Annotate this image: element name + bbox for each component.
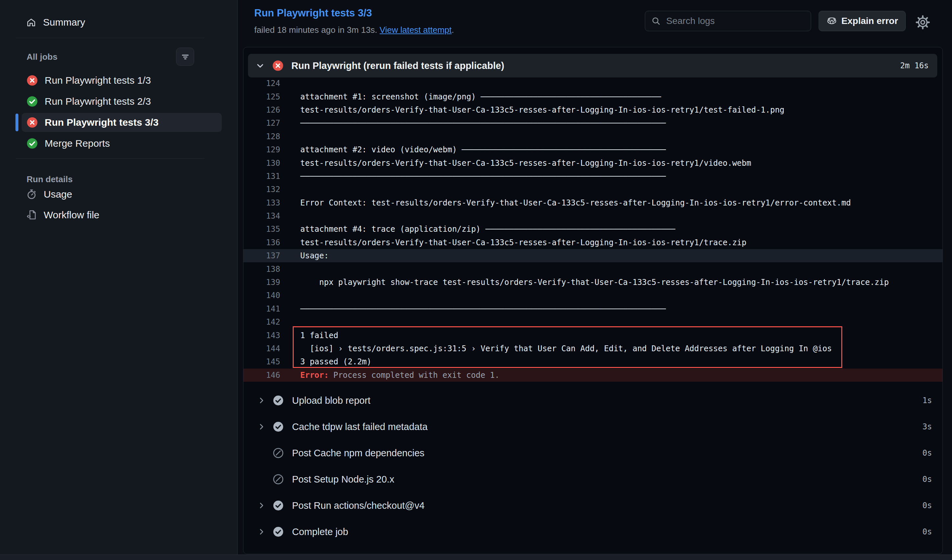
log-line: 142: [243, 315, 943, 329]
job-status-line: failed 18 minutes ago in 3m 13s. View la…: [254, 25, 454, 35]
sidebar-item-usage[interactable]: Usage: [22, 185, 200, 204]
sidebar-item-job[interactable]: Run Playwright tests 3/3: [22, 113, 222, 132]
step-row: Post Cache npm dependencies0s: [243, 440, 943, 466]
view-latest-attempt-link[interactable]: View latest attempt: [380, 25, 452, 35]
check-circle-fill-icon: [26, 95, 39, 108]
log-line-number[interactable]: 144: [243, 344, 280, 353]
log-line-number[interactable]: 133: [243, 198, 280, 207]
run-detail-label: Workflow file: [44, 210, 99, 221]
step-row: Post Setup Node.js 20.x0s: [243, 466, 943, 492]
sidebar-divider: [16, 38, 205, 38]
chevron-right-icon: [256, 396, 267, 405]
log-line-number[interactable]: 136: [243, 238, 280, 247]
step-row[interactable]: Cache tdpw last failed metadata3s: [243, 413, 943, 440]
log-line: 135attachment #4: trace (application/zip…: [243, 222, 943, 236]
log-line-number[interactable]: 130: [243, 159, 280, 168]
sidebar-item-job[interactable]: Run Playwright tests 1/3: [22, 71, 222, 90]
log-line-number[interactable]: 132: [243, 185, 280, 194]
log-line-text: test-results/orders-Verify-that-User-Ca-…: [300, 238, 746, 247]
step-row[interactable]: Post Run actions/checkout@v40s: [243, 492, 943, 518]
x-circle-fill-icon: [272, 59, 284, 72]
log-line-number[interactable]: 126: [243, 105, 280, 114]
log-line-number[interactable]: 139: [243, 278, 280, 287]
log-line-number[interactable]: 124: [243, 79, 280, 88]
check-circle-gray-icon: [272, 421, 284, 433]
run-details-header: Run details: [26, 174, 73, 185]
log-line-number[interactable]: 128: [243, 132, 280, 141]
step-label: Post Cache npm dependencies: [292, 448, 424, 458]
home-icon: [26, 17, 37, 28]
log-line-number[interactable]: 145: [243, 357, 280, 366]
step-label: Complete job: [292, 526, 348, 537]
error-message: Process completed with exit code 1.: [334, 370, 500, 380]
log-line-text: Error:Process completed with exit code 1…: [300, 370, 499, 380]
step-label: Cache tdpw last failed metadata: [292, 421, 428, 432]
run-details-list: UsageWorkflow file: [22, 185, 200, 226]
step-duration: 0s: [923, 527, 932, 536]
log-line-number[interactable]: 127: [243, 119, 280, 128]
step-group-header[interactable]: Run Playwright (rerun failed tests if ap…: [248, 54, 937, 77]
actions-job-log-page: { "sidebar": { "summary_label": "Summary…: [0, 0, 952, 560]
log-line-number[interactable]: 141: [243, 304, 280, 313]
search-icon: [651, 16, 661, 26]
sidebar-item-job[interactable]: Merge Reports: [22, 134, 222, 153]
all-jobs-header: All jobs: [26, 52, 57, 62]
step-duration: 0s: [923, 501, 932, 510]
sidebar-item-summary[interactable]: Summary: [22, 13, 200, 32]
x-circle-fill-icon: [26, 74, 39, 86]
check-circle-gray-icon: [272, 395, 284, 406]
collapsed-steps-list: Upload blob report1sCache tdpw last fail…: [243, 387, 943, 545]
step-duration: 1s: [923, 396, 932, 405]
log-line-number[interactable]: 125: [243, 92, 280, 102]
filter-jobs-button[interactable]: [176, 48, 194, 66]
log-lines: 124125attachment #1: screenshot (image/p…: [243, 77, 943, 382]
job-sidebar: Summary All jobs Run Playwright tests 1/…: [0, 0, 238, 554]
step-duration: 0s: [923, 448, 932, 458]
log-line-number[interactable]: 134: [243, 211, 280, 221]
log-line: 138: [243, 262, 943, 275]
log-line-text: attachment #1: screenshot (image/png) ──…: [300, 92, 661, 102]
log-line: 139 npx playwright show-trace test-resul…: [243, 276, 943, 289]
log-line: 1453 passed (2.2m): [243, 355, 943, 368]
log-line-number[interactable]: 135: [243, 225, 280, 234]
bottom-strip: [0, 554, 952, 560]
log-line-text: Error Context: test-results/orders-Verif…: [300, 198, 851, 207]
log-line-number[interactable]: 131: [243, 172, 280, 181]
log-line-text: attachment #2: video (video/webm) ──────…: [300, 145, 666, 154]
log-line-number[interactable]: 140: [243, 291, 280, 300]
job-list: Run Playwright tests 1/3Run Playwright t…: [0, 71, 238, 155]
log-line: 129attachment #2: video (video/webm) ───…: [243, 143, 943, 156]
check-circle-gray-icon: [272, 500, 284, 511]
log-line-number[interactable]: 146: [243, 370, 280, 380]
log-line-number[interactable]: 129: [243, 145, 280, 154]
file-code-icon: [26, 210, 37, 221]
log-line: 134: [243, 210, 943, 222]
job-label: Run Playwright tests 1/3: [45, 75, 151, 86]
log-line: 1431 failed: [243, 329, 943, 342]
chevron-right-icon: [256, 423, 267, 431]
log-line: 133Error Context: test-results/orders-Ve…: [243, 196, 943, 210]
chevron-down-icon: [255, 61, 265, 71]
log-line: 140: [243, 289, 943, 302]
log-line-text: 3 passed (2.2m): [300, 357, 371, 366]
copilot-icon: [826, 15, 838, 26]
chevron-right-icon: [256, 528, 267, 536]
log-line-number[interactable]: 138: [243, 265, 280, 274]
search-logs-input[interactable]: [666, 15, 805, 26]
step-row[interactable]: Complete job0s: [243, 518, 943, 545]
status-text: failed 18 minutes ago in 3m 13s.: [254, 25, 380, 35]
sidebar-item-job[interactable]: Run Playwright tests 2/3: [22, 92, 222, 111]
sidebar-item-workflow-file[interactable]: Workflow file: [22, 205, 200, 225]
log-line-text: ────────────────────────────────────────…: [300, 172, 666, 181]
step-row[interactable]: Upload blob report1s: [243, 387, 943, 413]
log-line-number[interactable]: 142: [243, 318, 280, 327]
log-line-number[interactable]: 137: [243, 251, 280, 260]
log-line-text: ────────────────────────────────────────…: [300, 304, 666, 313]
log-line-text: ────────────────────────────────────────…: [300, 119, 666, 128]
check-circle-gray-icon: [272, 526, 284, 538]
log-line-text: 1 failed: [300, 331, 338, 340]
explain-error-button[interactable]: Explain error: [819, 11, 906, 31]
log-line: 136test-results/orders-Verify-that-User-…: [243, 236, 943, 249]
log-line-number[interactable]: 143: [243, 331, 280, 340]
log-settings-gear-icon[interactable]: [915, 15, 930, 29]
